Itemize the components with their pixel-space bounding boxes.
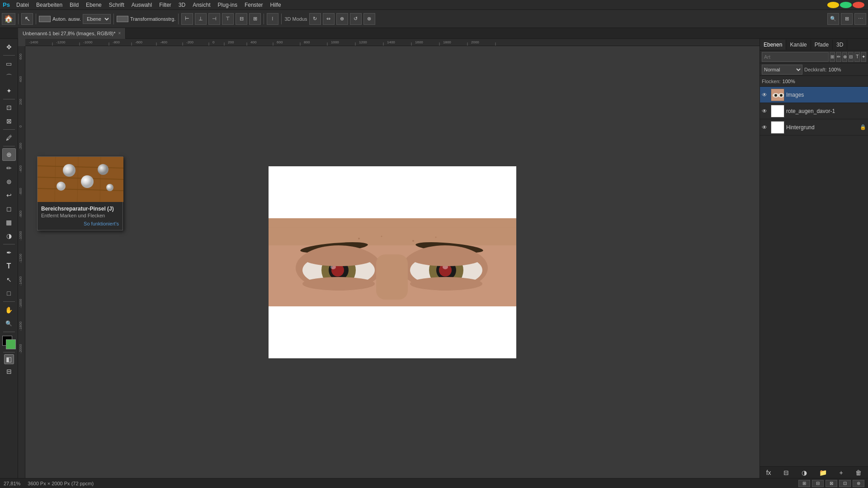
spot-heal-tool[interactable]: ⊕ — [2, 148, 16, 161]
align-top-button[interactable]: ⊤ — [222, 13, 234, 25]
document-tab[interactable]: Unbenannt-1 bei 27,8% (Images, RGB/8)* × — [18, 28, 126, 39]
align-right-button[interactable]: ⊣ — [208, 13, 220, 25]
quick-select-tool[interactable]: ✦ — [2, 84, 16, 97]
mask-mode-button[interactable]: ◧ — [4, 354, 14, 364]
move-tool[interactable]: ✥ — [2, 41, 16, 53]
menu-hilfe[interactable]: Hilfe — [267, 1, 285, 9]
layer-new-button[interactable]: + — [840, 469, 843, 476]
toolbar-sep-5 — [264, 14, 264, 24]
status-bar-button-3[interactable]: ⊠ — [826, 480, 837, 487]
filter-mode-button[interactable]: ⊟ — [848, 52, 854, 62]
history-brush-tool[interactable]: ↩ — [2, 189, 16, 202]
home-button[interactable]: 🏠 — [2, 13, 15, 25]
blend-mode-select[interactable]: Normal — [762, 65, 802, 75]
menu-ansicht[interactable]: Ansicht — [189, 1, 214, 9]
status-bar-button-4[interactable]: ⊡ — [839, 480, 851, 487]
path-select-tool[interactable]: ↖ — [2, 273, 16, 286]
layer-group-button[interactable]: 📁 — [819, 469, 827, 476]
menu-bild[interactable]: Bild — [66, 1, 82, 9]
eyedropper-tool[interactable]: 🖉 — [2, 131, 16, 144]
layers-panel: Ebenen Kanäle Pfade 3D ⊞ ✏ ⊕ ⊟ T ✦ Norma… — [760, 39, 868, 478]
3d-pan-button[interactable]: ⇔ — [323, 13, 335, 25]
fill-value[interactable]: 100% — [783, 79, 795, 84]
tab-kanaele[interactable]: Kanäle — [786, 40, 811, 50]
tab-pfade[interactable]: Pfade — [811, 40, 833, 50]
document-canvas[interactable] — [269, 166, 516, 358]
filter-type-button[interactable]: ⊞ — [830, 52, 835, 62]
status-bar-button-5[interactable]: ⊛ — [853, 480, 864, 487]
menu-fenster[interactable]: Fenster — [241, 1, 267, 9]
move-tool-option[interactable]: ↖ — [21, 13, 33, 25]
tooltip-link[interactable]: So funktioniert's — [41, 221, 119, 226]
type-tool[interactable]: T — [2, 260, 16, 272]
filter-color-button[interactable]: T — [854, 52, 860, 62]
status-bar-button-2[interactable]: ⊟ — [812, 480, 824, 487]
zoom-tool[interactable]: 🔍 — [2, 317, 16, 330]
rectangular-marquee-tool[interactable]: ▭ — [2, 57, 16, 70]
layers-search-input[interactable] — [762, 52, 829, 62]
align-bottom-button[interactable]: ⊞ — [249, 13, 261, 25]
tab-3d[interactable]: 3D — [833, 40, 847, 50]
maximize-button[interactable] — [840, 2, 852, 8]
menu-3d[interactable]: 3D — [175, 1, 189, 9]
foreground-color-swatch[interactable] — [6, 339, 16, 349]
layer-images[interactable]: 👁 Images — [760, 87, 868, 103]
align-left-button[interactable]: ⊢ — [181, 13, 193, 25]
screen-mode-button[interactable]: ⊟ — [2, 365, 16, 378]
minimize-button[interactable] — [827, 2, 839, 8]
search-button[interactable]: 🔍 — [827, 13, 839, 25]
pen-tool[interactable]: ✒ — [2, 246, 16, 259]
filter-effect-button[interactable]: ⊕ — [842, 52, 848, 62]
layout-button[interactable]: ⊞ — [841, 13, 853, 25]
layer-select[interactable]: Ebene — [83, 14, 111, 24]
layer-hintergrund-visibility[interactable]: 👁 — [762, 124, 769, 131]
clone-stamp-tool[interactable]: ⊛ — [2, 175, 16, 188]
tab-close-button[interactable]: × — [118, 31, 121, 36]
brush-tool[interactable]: ✏ — [2, 162, 16, 174]
layer-mask-button[interactable]: ⊟ — [783, 469, 789, 476]
menu-datei[interactable]: Datei — [13, 1, 33, 9]
layer-hintergrund[interactable]: 👁 Hintergrund 🔒 — [760, 119, 868, 136]
lasso-tool[interactable]: ⌒ — [2, 71, 16, 84]
3d-zoom-button[interactable]: ⊕ — [336, 13, 348, 25]
svg-text:1600: 1600 — [415, 40, 423, 44]
tab-ebenen[interactable]: Ebenen — [760, 40, 786, 50]
status-bar-button-1[interactable]: ⊞ — [798, 480, 810, 487]
menu-bearbeiten[interactable]: Bearbeiten — [33, 1, 66, 9]
gradient-tool[interactable]: ▦ — [2, 216, 16, 229]
layer-fx-button[interactable]: fx — [766, 469, 771, 476]
canvas-container[interactable]: -1400 -1200 -1000 -800 -600 -400 -200 0 … — [18, 39, 760, 478]
svg-point-74 — [435, 236, 437, 238]
workspace-button[interactable]: ⋯ — [854, 13, 866, 25]
align-center-v-button[interactable]: ⊟ — [236, 13, 247, 25]
crop-tool[interactable]: ⊡ — [2, 101, 16, 114]
dodge-tool[interactable]: ◑ — [2, 230, 16, 242]
transform-controls-checkbox[interactable] — [117, 16, 128, 22]
shape-tool[interactable]: □ — [2, 287, 16, 300]
eraser-tool[interactable]: ◻ — [2, 202, 16, 215]
frame-tool[interactable]: ⊠ — [2, 115, 16, 127]
layer-rote-augen-visibility[interactable]: 👁 — [762, 108, 769, 114]
autoselect-checkbox[interactable] — [39, 16, 51, 22]
opacity-value[interactable]: 100% — [829, 67, 841, 72]
layer-delete-button[interactable]: 🗑 — [855, 469, 862, 476]
3d-roll-button[interactable]: ↺ — [350, 13, 362, 25]
svg-rect-70 — [376, 254, 408, 300]
menu-plugins[interactable]: Plug-ins — [214, 1, 241, 9]
filter-name-button[interactable]: ✏ — [836, 52, 841, 62]
3d-orbit-button[interactable]: ↻ — [309, 13, 321, 25]
layer-images-visibility[interactable]: 👁 — [762, 92, 769, 98]
menu-schrift[interactable]: Schrift — [105, 1, 128, 9]
menu-auswahl[interactable]: Auswahl — [128, 1, 156, 9]
hand-tool[interactable]: ✋ — [2, 304, 16, 316]
distribute-button[interactable]: ⁞ — [267, 13, 278, 25]
color-swatches[interactable] — [2, 336, 16, 350]
filter-smart-button[interactable]: ✦ — [861, 52, 866, 62]
layer-rote-augen[interactable]: 👁 rote_augen_davor-1 — [760, 103, 868, 119]
menu-filter[interactable]: Filter — [156, 1, 175, 9]
close-button[interactable] — [853, 2, 864, 8]
layer-adjustment-button[interactable]: ◑ — [802, 469, 807, 476]
align-center-h-button[interactable]: ⊥ — [195, 13, 207, 25]
menu-ebene[interactable]: Ebene — [82, 1, 105, 9]
3d-extra-button[interactable]: ⊗ — [363, 13, 375, 25]
